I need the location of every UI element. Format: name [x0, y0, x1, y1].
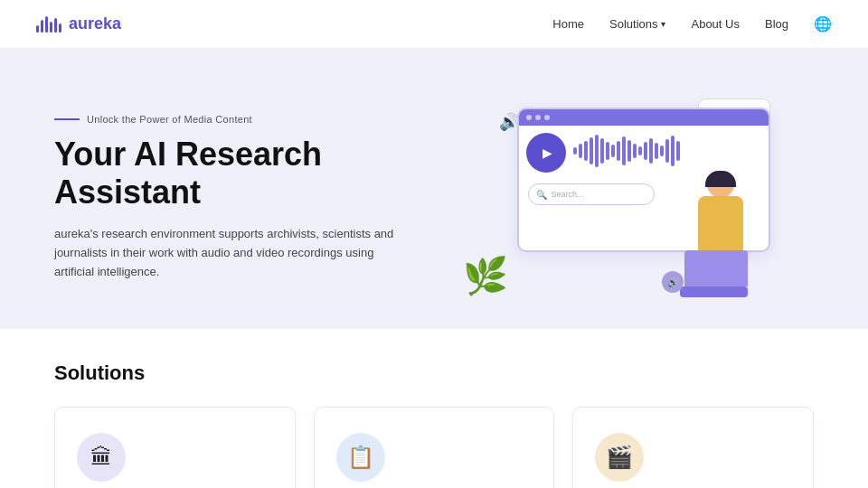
browser-bar [519, 109, 769, 126]
illustration-container: 🔊 📄 [463, 99, 770, 297]
speaker-icon: 🔊 [662, 271, 684, 293]
building-icon: 🏛 [90, 445, 112, 470]
solutions-section: Solutions 🏛 For Archives, Libraries and … [0, 329, 868, 488]
hero-eyebrow-text: Unlock the Power of Media Content [87, 114, 252, 125]
hero-title: Your AI Research Assistant [54, 136, 419, 211]
document-research-icon: 📋 [347, 445, 374, 470]
chevron-down-icon: ▾ [661, 19, 665, 29]
play-button [526, 133, 566, 173]
illus-search-bar: 🔍 Search... [528, 183, 655, 205]
plant-decoration: 🌿 [463, 255, 508, 297]
solutions-title: Solutions [54, 361, 814, 385]
sound-icon: 🔊 [499, 112, 519, 132]
card-qualitative-icon-wrapper: 📋 [336, 433, 385, 482]
hero-section: Unlock the Power of Media Content Your A… [0, 49, 868, 329]
hero-illustration: 🔊 📄 [419, 99, 814, 297]
search-icon: 🔍 [536, 190, 547, 200]
nav-solutions[interactable]: Solutions ▾ [609, 17, 665, 31]
card-archives-icon-wrapper: 🏛 [77, 433, 126, 482]
nav-blog[interactable]: Blog [765, 17, 788, 31]
hero-text: Unlock the Power of Media Content Your A… [54, 114, 419, 281]
waveform [573, 133, 761, 169]
globe-icon: 🌐 [814, 16, 832, 32]
nav-links: Home Solutions ▾ About Us Blog 🌐 [552, 15, 832, 33]
card-qualitative: 📋 For Qualitative Research aureka's rese… [314, 407, 555, 488]
language-button[interactable]: 🌐 [814, 15, 832, 33]
card-media-icon-wrapper: 🎬 [595, 433, 644, 482]
person-illustration: 🔊 [662, 171, 752, 297]
cards-row: 🏛 For Archives, Libraries and Museums au… [54, 407, 814, 488]
hero-description: aureka's research environment supports a… [54, 225, 398, 281]
card-media: 🎬 For Media and Content Producers (comin… [572, 407, 814, 488]
logo-text: aureka [69, 14, 121, 33]
media-icon: 🎬 [606, 445, 633, 470]
navbar: aureka Home Solutions ▾ About Us Blog 🌐 [0, 0, 868, 49]
hero-accent-line [54, 118, 80, 120]
nav-about[interactable]: About Us [691, 17, 739, 31]
nav-home[interactable]: Home [552, 17, 584, 31]
logo-icon [36, 16, 61, 33]
hero-eyebrow: Unlock the Power of Media Content [54, 114, 419, 125]
logo[interactable]: aureka [36, 14, 121, 33]
card-archives: 🏛 For Archives, Libraries and Museums au… [54, 407, 296, 488]
